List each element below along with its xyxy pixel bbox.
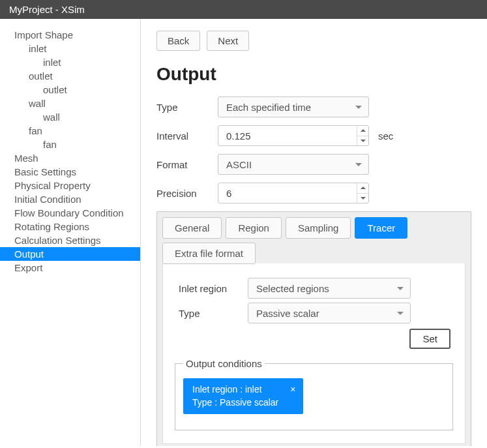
select-tracer-type-value: Passive scalar [256, 308, 319, 319]
precision-field[interactable] [218, 183, 369, 203]
interval-field[interactable] [218, 125, 369, 146]
condition-line-2: Type : Passive scalar [192, 396, 278, 410]
precision-step-down[interactable] [357, 193, 368, 203]
condition-chip[interactable]: Inlet region : inlet Type : Passive scal… [183, 378, 303, 414]
sidebar-item-basic-settings[interactable]: Basic Settings [0, 165, 140, 179]
sidebar-item-wall[interactable]: wall [0, 110, 140, 124]
condition-line-1: Inlet region : inlet [192, 383, 278, 396]
sidebar-item-flow-boundary-condition[interactable]: Flow Boundary Condition [0, 206, 140, 220]
window-title: MyProject - XSim [9, 4, 85, 15]
sidebar: Import Shapeinletinletoutletoutletwallwa… [0, 19, 141, 446]
select-format[interactable]: ASCII [218, 154, 369, 175]
tab-extra-file-format[interactable]: Extra file format [162, 243, 256, 264]
close-icon[interactable]: × [290, 383, 295, 396]
tab-tracer[interactable]: Tracer [355, 217, 407, 239]
sidebar-item-output[interactable]: Output [0, 247, 140, 261]
interval-step-up[interactable] [357, 126, 368, 136]
arrow-up-icon [361, 187, 366, 189]
label-inlet-region: Inlet region [173, 283, 239, 294]
label-type: Type [156, 102, 209, 113]
label-format: Format [156, 159, 209, 170]
sidebar-item-import-shape[interactable]: Import Shape [0, 28, 140, 42]
chevron-down-icon [355, 163, 362, 166]
output-conditions-legend: Output conditions [183, 358, 265, 369]
output-conditions-group: Output conditions Inlet region : inlet T… [175, 358, 453, 430]
select-output-type[interactable]: Each specified time [218, 97, 369, 117]
sidebar-item-inlet[interactable]: inlet [0, 42, 140, 55]
tab-strip: GeneralRegionSamplingTracerExtra file fo… [162, 217, 465, 264]
arrow-down-icon [361, 197, 366, 200]
sidebar-item-initial-condition[interactable]: Initial Condition [0, 192, 140, 206]
arrow-up-icon [361, 129, 366, 132]
label-tracer-type: Type [173, 308, 239, 319]
select-tracer-type[interactable]: Passive scalar [248, 303, 411, 323]
back-button[interactable]: Back [156, 31, 200, 51]
sidebar-item-outlet[interactable]: outlet [0, 83, 140, 97]
sidebar-item-fan[interactable]: fan [0, 124, 140, 138]
tab-general[interactable]: General [162, 217, 222, 239]
sidebar-item-outlet[interactable]: outlet [0, 69, 140, 83]
titlebar: MyProject - XSim [0, 0, 487, 19]
tab-region[interactable]: Region [226, 217, 282, 239]
set-button[interactable]: Set [409, 329, 450, 349]
condition-chip-text: Inlet region : inlet Type : Passive scal… [192, 383, 278, 409]
select-output-type-value: Each specified time [226, 102, 311, 113]
interval-unit: sec [378, 130, 393, 142]
tab-content-tracer: Inlet region Selected regions Type Passi… [162, 263, 465, 444]
sidebar-item-fan[interactable]: fan [0, 138, 140, 151]
sidebar-item-export[interactable]: Export [0, 261, 140, 275]
interval-step-down[interactable] [357, 136, 368, 146]
chevron-down-icon [355, 106, 362, 109]
sidebar-item-rotating-regions[interactable]: Rotating Regions [0, 220, 140, 233]
select-format-value: ASCII [226, 159, 252, 170]
precision-input[interactable] [218, 183, 354, 203]
select-inlet-region[interactable]: Selected regions [248, 278, 411, 299]
chevron-down-icon [397, 312, 404, 315]
next-button[interactable]: Next [207, 31, 249, 51]
page-title: Output [156, 64, 471, 85]
sidebar-item-mesh[interactable]: Mesh [0, 151, 140, 165]
tab-sampling[interactable]: Sampling [286, 217, 351, 239]
label-precision: Precision [156, 188, 209, 199]
label-interval: Interval [156, 130, 209, 142]
main-panel: Back Next Output Type Each specified tim… [141, 19, 487, 446]
sidebar-item-inlet[interactable]: inlet [0, 55, 140, 69]
sidebar-item-calculation-settings[interactable]: Calculation Settings [0, 233, 140, 247]
interval-input[interactable] [218, 126, 354, 145]
chevron-down-icon [397, 287, 404, 290]
sidebar-item-physical-property[interactable]: Physical Property [0, 179, 140, 192]
tab-panel: GeneralRegionSamplingTracerExtra file fo… [156, 211, 471, 446]
select-inlet-region-value: Selected regions [256, 283, 329, 294]
nav-tree: Import Shapeinletinletoutletoutletwallwa… [0, 28, 140, 275]
arrow-down-icon [361, 140, 366, 142]
precision-step-up[interactable] [357, 183, 368, 193]
sidebar-item-wall[interactable]: wall [0, 97, 140, 110]
